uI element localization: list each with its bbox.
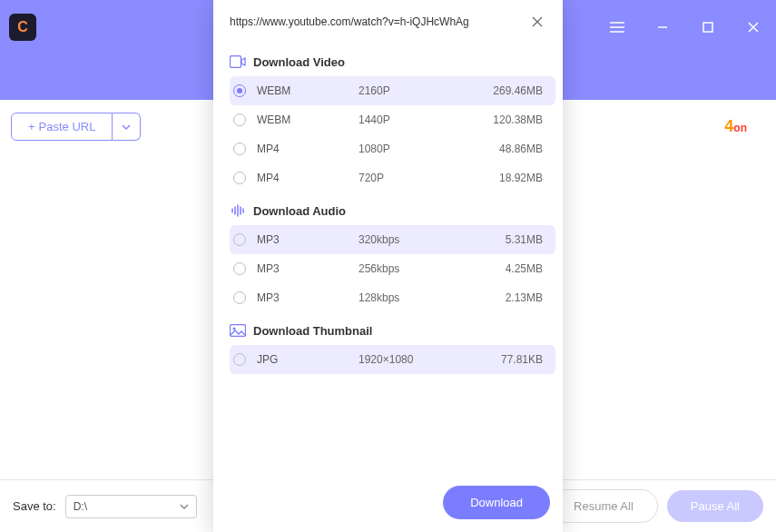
close-icon (532, 16, 543, 27)
option-format: MP4 (257, 172, 359, 184)
section-header-video: Download Video (230, 54, 555, 69)
svg-point-6 (233, 328, 236, 330)
option-row[interactable]: MP3128kbps2.13MB (230, 283, 555, 312)
option-size: 269.46MB (486, 84, 548, 97)
svg-rect-5 (231, 325, 246, 337)
minimize-icon[interactable] (649, 14, 676, 41)
option-row[interactable]: MP41080P48.86MB (230, 134, 555, 163)
option-quality: 1080P (359, 143, 486, 155)
option-size: 4.25MB (486, 262, 548, 275)
paste-url-button[interactable]: + Paste URL (11, 113, 113, 141)
video-icon (230, 54, 246, 69)
option-row[interactable]: MP4720P18.92MB (230, 163, 555, 192)
modal-footer: Download (213, 473, 563, 532)
option-format: WEBM (257, 84, 359, 97)
radio-button[interactable] (233, 84, 246, 97)
option-size: 18.92MB (486, 172, 548, 184)
radio-button[interactable] (233, 233, 246, 246)
option-size: 77.81KB (486, 353, 548, 366)
option-quality: 1920×1080 (359, 353, 486, 366)
app-logo: C (9, 14, 36, 41)
close-icon[interactable] (740, 14, 767, 41)
option-row[interactable]: WEBM2160P269.46MB (230, 76, 555, 105)
resume-all-button[interactable]: Resume All (549, 489, 658, 523)
option-format: JPG (257, 353, 359, 366)
modal-body[interactable]: Download Video WEBM2160P269.46MBWEBM1440… (213, 38, 563, 473)
option-row[interactable]: MP3256kbps4.25MB (230, 254, 555, 283)
option-quality: 720P (359, 172, 486, 184)
radio-button[interactable] (233, 291, 246, 304)
brand-badge: 4on (724, 117, 747, 136)
logo-letter: C (17, 19, 28, 35)
pause-all-button[interactable]: Pause All (667, 490, 763, 522)
option-format: WEBM (257, 113, 359, 126)
save-path-select[interactable]: D:\ (65, 495, 197, 518)
option-format: MP3 (257, 262, 359, 275)
option-quality: 128kbps (359, 291, 486, 304)
option-quality: 2160P (359, 84, 486, 97)
radio-button[interactable] (233, 353, 246, 366)
modal-url-bar: https://www.youtube.com/watch?v=h-iQJHcW… (213, 0, 563, 38)
radio-button[interactable] (233, 113, 246, 126)
save-to-label: Save to: (13, 499, 56, 513)
menu-icon[interactable] (604, 14, 631, 41)
chevron-down-icon (122, 124, 131, 130)
section-header-audio: Download Audio (230, 203, 555, 218)
window-controls (604, 14, 767, 41)
option-quality: 256kbps (359, 262, 486, 275)
option-quality: 320kbps (359, 233, 486, 246)
image-icon (230, 323, 246, 338)
option-size: 5.31MB (486, 233, 548, 246)
option-row[interactable]: WEBM1440P120.38MB (230, 105, 555, 134)
option-format: MP4 (257, 143, 359, 155)
option-row[interactable]: MP3320kbps5.31MB (230, 225, 555, 254)
plus-icon: + (28, 120, 35, 133)
paste-url-group: + Paste URL (11, 113, 141, 141)
radio-button[interactable] (233, 143, 246, 155)
paste-url-label: Paste URL (39, 120, 96, 133)
option-size: 2.13MB (486, 291, 548, 304)
radio-button[interactable] (233, 262, 246, 275)
chevron-down-icon (180, 504, 189, 509)
paste-url-dropdown[interactable] (113, 113, 141, 141)
section-header-thumbnail: Download Thumbnail (230, 323, 555, 338)
section-title-video: Download Video (253, 55, 345, 69)
svg-rect-0 (703, 23, 712, 32)
option-size: 48.86MB (486, 143, 548, 155)
audio-icon (230, 203, 246, 218)
download-modal: https://www.youtube.com/watch?v=h-iQJHcW… (213, 0, 563, 532)
svg-rect-4 (231, 56, 241, 68)
option-row[interactable]: JPG1920×108077.81KB (230, 345, 555, 374)
url-text: https://www.youtube.com/watch?v=h-iQJHcW… (230, 15, 528, 28)
option-size: 120.38MB (486, 113, 548, 126)
option-quality: 1440P (359, 113, 486, 126)
download-button[interactable]: Download (443, 486, 550, 519)
option-format: MP3 (257, 233, 359, 246)
section-title-audio: Download Audio (253, 204, 346, 218)
section-title-thumbnail: Download Thumbnail (253, 324, 372, 338)
maximize-icon[interactable] (694, 14, 722, 41)
option-format: MP3 (257, 291, 359, 304)
save-path-value: D:\ (74, 500, 87, 513)
radio-button[interactable] (233, 172, 246, 184)
modal-close-button[interactable] (528, 13, 546, 31)
